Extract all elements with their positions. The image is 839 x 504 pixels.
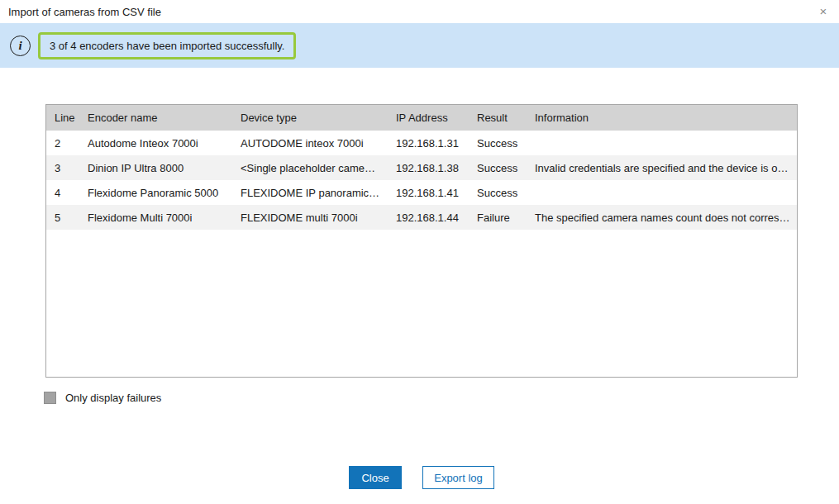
only-display-failures-checkbox[interactable] [44, 392, 56, 404]
cell-device-type: AUTODOME inteox 7000i [232, 131, 388, 155]
column-header-information: Information [527, 105, 797, 131]
results-table-container: Line Encoder name Device type IP Address… [45, 104, 798, 378]
cell-information [527, 131, 797, 155]
close-button[interactable]: Close [349, 466, 402, 489]
dialog-title: Import of cameras from CSV file [8, 6, 161, 18]
cell-encoder-name: Flexidome Panoramic 5000 [79, 180, 232, 205]
cell-device-type: <Single placeholder came… [232, 155, 388, 180]
cell-device-type: FLEXIDOME IP panoramic… [232, 180, 388, 205]
cell-ip-address: 192.168.1.38 [388, 155, 469, 180]
column-header-encoder-name: Encoder name [79, 105, 232, 131]
cell-ip-address: 192.168.1.31 [388, 131, 469, 155]
cell-encoder-name: Flexidome Multi 7000i [79, 205, 232, 230]
cell-line: 3 [46, 155, 79, 180]
button-row: Close Export log [45, 466, 798, 489]
column-header-line: Line [46, 105, 79, 131]
cell-information: The specified camera names count does no… [527, 205, 797, 230]
column-header-ip-address: IP Address [388, 105, 469, 131]
cell-device-type: FLEXIDOME multi 7000i [232, 205, 388, 230]
cell-information [527, 180, 797, 205]
table-body: 2Autodome Inteox 7000iAUTODOME inteox 70… [46, 131, 797, 230]
results-table: Line Encoder name Device type IP Address… [46, 105, 797, 230]
table-row[interactable]: 3Dinion IP Ultra 8000<Single placeholder… [46, 155, 797, 180]
cell-result: Failure [469, 205, 527, 230]
cell-line: 5 [46, 205, 79, 230]
table-header-row: Line Encoder name Device type IP Address… [46, 105, 797, 131]
table-row[interactable]: 2Autodome Inteox 7000iAUTODOME inteox 70… [46, 131, 797, 155]
close-icon[interactable]: × [816, 4, 831, 19]
column-header-device-type: Device type [232, 105, 388, 131]
cell-line: 4 [46, 180, 79, 205]
cell-line: 2 [46, 131, 79, 155]
info-icon: i [10, 36, 31, 56]
table-row[interactable]: 5Flexidome Multi 7000iFLEXIDOME multi 70… [46, 205, 797, 230]
column-header-result: Result [469, 105, 527, 131]
import-dialog: Import of cameras from CSV file × i 3 of… [0, 0, 839, 504]
cell-information: Invalid credentials are specified and th… [527, 155, 797, 180]
import-status-message: 3 of 4 encoders have been imported succe… [38, 32, 296, 59]
info-banner: i 3 of 4 encoders have been imported suc… [0, 23, 839, 68]
cell-result: Success [469, 131, 527, 155]
cell-ip-address: 192.168.1.41 [388, 180, 469, 205]
cell-encoder-name: Autodome Inteox 7000i [79, 131, 232, 155]
cell-ip-address: 192.168.1.44 [388, 205, 469, 230]
titlebar: Import of cameras from CSV file × [0, 0, 839, 23]
cell-result: Success [469, 180, 527, 205]
cell-encoder-name: Dinion IP Ultra 8000 [79, 155, 232, 180]
only-display-failures-label: Only display failures [65, 392, 161, 404]
table-row[interactable]: 4Flexidome Panoramic 5000FLEXIDOME IP pa… [46, 180, 797, 205]
cell-result: Success [469, 155, 527, 180]
export-log-button[interactable]: Export log [422, 466, 494, 489]
only-display-failures: Only display failures [44, 392, 161, 404]
